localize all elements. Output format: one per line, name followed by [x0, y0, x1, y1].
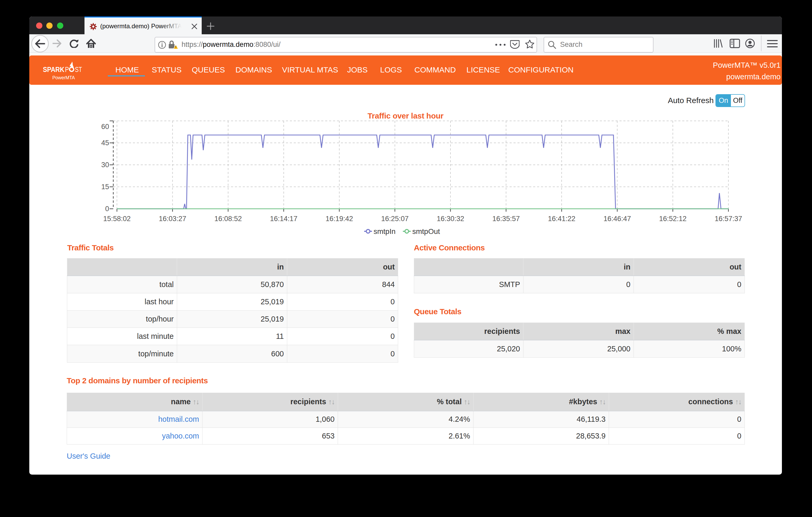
svg-text:!: !: [175, 45, 176, 49]
svg-text:smtpOut: smtpOut: [412, 227, 440, 235]
svg-text:16:19:42: 16:19:42: [325, 215, 353, 223]
svg-text:16:08:52: 16:08:52: [214, 215, 242, 223]
svg-text:16:25:07: 16:25:07: [381, 215, 409, 223]
svg-text:30: 30: [101, 161, 109, 169]
svg-text:16:35:57: 16:35:57: [492, 215, 520, 223]
svg-text:15:58:02: 15:58:02: [103, 215, 130, 223]
svg-text:ST: ST: [75, 65, 82, 74]
svg-text:Traffic over last hour: Traffic over last hour: [368, 111, 444, 120]
svg-text:45: 45: [101, 139, 109, 147]
svg-text:smtpIn: smtpIn: [374, 227, 396, 235]
svg-text:16:14:17: 16:14:17: [270, 215, 297, 223]
svg-text:16:57:37: 16:57:37: [715, 215, 742, 223]
svg-text:60: 60: [101, 123, 109, 131]
svg-text:SPARK: SPARK: [43, 65, 64, 74]
svg-text:16:03:27: 16:03:27: [159, 215, 186, 223]
svg-text:16:30:32: 16:30:32: [437, 215, 464, 223]
svg-text:P: P: [65, 65, 69, 74]
svg-text:16:41:22: 16:41:22: [548, 215, 575, 223]
svg-text:16:52:12: 16:52:12: [659, 215, 687, 223]
svg-text:0: 0: [105, 205, 109, 213]
svg-text:16:46:47: 16:46:47: [604, 215, 631, 223]
svg-text:15: 15: [101, 183, 109, 191]
